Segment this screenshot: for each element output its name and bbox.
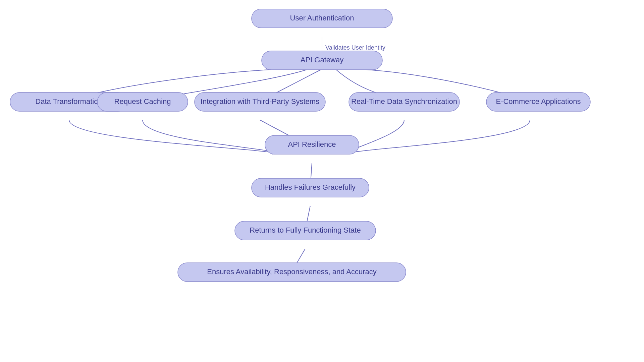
node-api-resilience-label: API Resilience — [288, 140, 336, 148]
diagram: Validates User Identity User Authenticat… — [0, 0, 644, 362]
node-returns-state-label: Returns to Fully Functioning State — [250, 226, 361, 234]
node-ecommerce-label: E-Commerce Applications — [496, 97, 581, 106]
edge-ecommerce-api-resilience — [345, 120, 530, 154]
edge-request-caching-api-resilience — [143, 120, 279, 154]
node-data-transformation-label: Data Transformation — [35, 97, 102, 106]
node-api-gateway-label: API Gateway — [301, 56, 343, 64]
edge-data-transform-api-resilience — [69, 120, 278, 154]
edge-label-validates: Validates User Identity — [325, 44, 385, 51]
node-ensures-avail-label: Ensures Availability, Responsiveness, an… — [207, 267, 376, 276]
node-realtime-sync-label: Real-Time Data Synchronization — [351, 97, 457, 106]
node-user-auth-label: User Authentication — [290, 14, 354, 22]
node-request-caching-label: Request Caching — [114, 97, 171, 106]
node-handles-failures-label: Handles Failures Gracefully — [265, 183, 356, 191]
node-integration-label: Integration with Third-Party Systems — [201, 97, 319, 106]
